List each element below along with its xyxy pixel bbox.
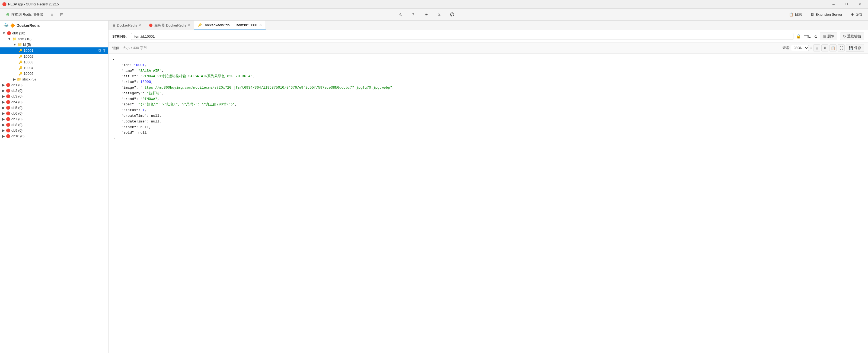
extension-server-button[interactable]: 🖥 Extension Server bbox=[808, 11, 844, 17]
lock-icon[interactable]: 🔒 bbox=[796, 34, 801, 39]
sidebar-item-db10[interactable]: ▶ 🔴 db10 (0) bbox=[0, 133, 108, 139]
log-button[interactable]: 📋 日志 bbox=[787, 11, 804, 18]
extension-server-label: Extension Server bbox=[815, 12, 842, 16]
sidebar-item-db6[interactable]: ▶ 🔴 db6 (0) bbox=[0, 110, 108, 116]
app-icon: 🔴 bbox=[2, 2, 6, 6]
expand-icon: ▶ bbox=[2, 100, 5, 104]
sidebar-item-10003[interactable]: 🔑 10003 bbox=[0, 59, 108, 65]
tab-monitor-icon: 🖥 bbox=[112, 24, 115, 27]
sidebar-item-db9[interactable]: ▶ 🔴 db9 (0) bbox=[0, 128, 108, 133]
delete-icon[interactable]: 🗑 bbox=[102, 48, 106, 53]
toolbar: ⊕ 连接到 Redis 服务器 ≡ ⊟ ⚠ ? ✈ 𝕏 📋 日志 🖥 Exten… bbox=[0, 9, 868, 21]
paste-icon[interactable]: 📋 bbox=[830, 44, 837, 51]
view-controls: 查看 JSON Text ▲ ▼ ⊞ ⧉ 📋 ⛶ 💾 保存 bbox=[782, 44, 864, 52]
item-actions: ⧉ 🗑 bbox=[98, 48, 106, 53]
json-content: { "id": 10001, "name": "SALSA AIR", "tit… bbox=[108, 54, 868, 353]
toolbar-left: ⊕ 连接到 Redis 服务器 ≡ ⊟ bbox=[3, 11, 65, 19]
db-icon: 🔶 bbox=[10, 23, 15, 28]
save-button[interactable]: 💾 保存 bbox=[846, 44, 864, 52]
sidebar-item-10005[interactable]: 🔑 10005 bbox=[0, 71, 108, 76]
trash-icon: 🗑 bbox=[823, 34, 826, 38]
format-arrows[interactable]: ▲ ▼ bbox=[810, 45, 812, 50]
size-info: 大小：430 字节 bbox=[123, 45, 147, 50]
value-bar: 键值: 大小：430 字节 查看 JSON Text ▲ ▼ ⊞ ⧉ 📋 ⛶ bbox=[108, 42, 868, 54]
expand-icon: ▶ bbox=[2, 89, 5, 93]
sidebar-item-item-folder[interactable]: ▼ 📁 item (10) bbox=[0, 36, 108, 42]
layout-button[interactable]: ⊟ bbox=[58, 11, 65, 19]
expand-icon: ▼ bbox=[2, 31, 6, 35]
copy-icon[interactable]: ⧉ bbox=[98, 48, 101, 53]
sidebar-item-id-folder[interactable]: ▼ 📁 id (5) bbox=[0, 42, 108, 47]
key-input[interactable] bbox=[131, 33, 793, 40]
github-icon-button[interactable] bbox=[448, 11, 456, 19]
docker-icon: 🐳 bbox=[3, 23, 9, 28]
tab-key-editor[interactable]: 🔑 DockerRedis::db ... ::item:id:10001 ✕ bbox=[194, 21, 266, 30]
tab-key-label: DockerRedis::db ... ::item:id:10001 bbox=[204, 23, 257, 27]
settings-button[interactable]: ⚙ 设置 bbox=[849, 11, 865, 18]
log-icon: 📋 bbox=[789, 12, 794, 16]
sidebar-item-db8[interactable]: ▶ 🔴 db8 (0) bbox=[0, 122, 108, 128]
tab-server-label: 服务器 DockerRedis bbox=[154, 23, 186, 28]
db4-label: db4 (0) bbox=[11, 100, 23, 104]
tab-key-close[interactable]: ✕ bbox=[259, 23, 262, 27]
expand-icon: ▶ bbox=[2, 83, 5, 87]
toolbar-right: 📋 日志 🖥 Extension Server ⚙ 设置 bbox=[787, 11, 865, 18]
copy-content-icon[interactable]: ⧉ bbox=[822, 44, 828, 51]
restore-button[interactable]: ❐ bbox=[840, 0, 853, 9]
sidebar-item-db1[interactable]: ▶ 🔴 db1 (0) bbox=[0, 82, 108, 88]
sidebar-item-10002[interactable]: 🔑 10002 bbox=[0, 54, 108, 59]
sidebar-item-db7[interactable]: ▶ 🔴 db7 (0) bbox=[0, 116, 108, 122]
format-select[interactable]: JSON Text bbox=[791, 45, 809, 51]
db8-label: db8 (0) bbox=[11, 123, 23, 127]
tab-server-icon: 🔴 bbox=[149, 24, 153, 27]
key-icon: 🔑 bbox=[19, 66, 23, 70]
db4-icon: 🔴 bbox=[6, 100, 10, 104]
key-header: STRING: 🔒 TTL: -1 🗑 删除 ↻ 重载键值 bbox=[108, 30, 868, 42]
save-icon: 💾 bbox=[849, 46, 853, 50]
settings-icon: ⚙ bbox=[851, 12, 854, 16]
telegram-icon-button[interactable]: ✈ bbox=[422, 11, 430, 19]
minimize-button[interactable]: ─ bbox=[827, 0, 840, 9]
expand-icon: ▶ bbox=[2, 117, 5, 121]
db2-icon: 🔴 bbox=[6, 89, 10, 93]
ttl-value: -1 bbox=[814, 34, 817, 38]
close-button[interactable]: ✕ bbox=[854, 0, 866, 9]
sidebar: 🐳 🔶 DockerRedis ▼ 🔴 db0 (10) ▼ 📁 item (1… bbox=[0, 21, 108, 353]
tab-key-icon: 🔑 bbox=[198, 23, 202, 27]
tab-dockerredis[interactable]: 🖥 DockerRedis ✕ bbox=[108, 21, 145, 30]
connect-label: 连接到 Redis 服务器 bbox=[11, 12, 43, 17]
warning-icon-button[interactable]: ⚠ bbox=[396, 11, 404, 19]
connect-button[interactable]: ⊕ 连接到 Redis 服务器 bbox=[3, 11, 46, 18]
content-area: 🖥 DockerRedis ✕ 🔴 服务器 DockerRedis ✕ 🔑 Do… bbox=[108, 21, 868, 353]
sidebar-item-10004[interactable]: 🔑 10004 bbox=[0, 65, 108, 71]
expand-icon: ▶ bbox=[2, 106, 5, 110]
expand-all-icon[interactable]: ⊞ bbox=[813, 44, 820, 51]
view-text-label: 查看 bbox=[782, 45, 789, 50]
tab-dockerredis-close[interactable]: ✕ bbox=[138, 24, 141, 27]
expand-icon: ▼ bbox=[13, 42, 17, 46]
folder-icon: 📁 bbox=[17, 77, 21, 81]
sidebar-item-10001[interactable]: 🔑 10001 ⧉ 🗑 bbox=[0, 47, 108, 54]
tab-server-close[interactable]: ✕ bbox=[188, 24, 190, 27]
delete-button[interactable]: 🗑 删除 bbox=[820, 33, 837, 40]
db3-label: db3 (0) bbox=[11, 94, 23, 98]
db6-icon: 🔴 bbox=[6, 111, 10, 115]
settings-label: 设置 bbox=[856, 12, 863, 17]
key-icon: 🔑 bbox=[19, 61, 23, 64]
sidebar-item-stock-folder[interactable]: ▶ 📁 stock (5) bbox=[0, 76, 108, 82]
sidebar-item-db2[interactable]: ▶ 🔴 db2 (0) bbox=[0, 88, 108, 94]
sidebar-item-db0[interactable]: ▼ 🔴 db0 (10) bbox=[0, 30, 108, 36]
expand-icon: ▶ bbox=[2, 111, 5, 115]
reload-label: 重载键值 bbox=[847, 34, 861, 39]
sidebar-item-db5[interactable]: ▶ 🔴 db5 (0) bbox=[0, 105, 108, 110]
fullscreen-icon[interactable]: ⛶ bbox=[838, 44, 845, 51]
sidebar-item-db3[interactable]: ▶ 🔴 db3 (0) bbox=[0, 94, 108, 99]
connect-circle-icon: ⊕ bbox=[6, 12, 9, 17]
twitter-icon-button[interactable]: 𝕏 bbox=[435, 11, 443, 19]
tab-server-dockerredis[interactable]: 🔴 服务器 DockerRedis ✕ bbox=[145, 21, 194, 30]
folder-icon: 📁 bbox=[18, 42, 22, 46]
sidebar-item-db4[interactable]: ▶ 🔴 db4 (0) bbox=[0, 99, 108, 105]
reload-button[interactable]: ↻ 重载键值 bbox=[840, 33, 864, 40]
help-icon-button[interactable]: ? bbox=[409, 11, 417, 19]
list-view-button[interactable]: ≡ bbox=[48, 11, 56, 19]
